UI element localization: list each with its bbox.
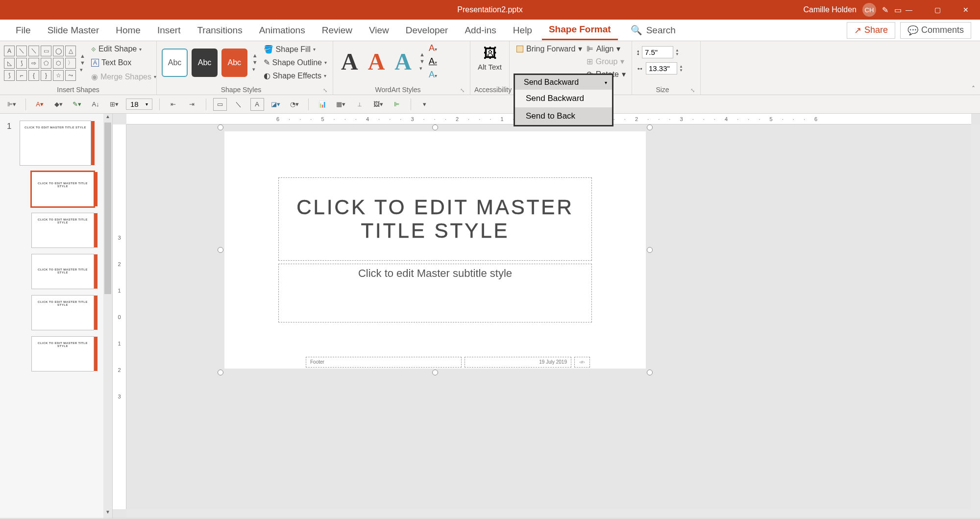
horizontal-scrollbar[interactable] <box>126 509 980 518</box>
indent-right-icon[interactable]: ⇥ <box>185 98 199 111</box>
tab-review[interactable]: Review <box>315 21 359 40</box>
styles-down-icon[interactable]: ▼ <box>252 59 258 65</box>
shape-tool-icon[interactable]: ◪▾ <box>269 98 283 111</box>
align-drop-icon[interactable]: ⊫▾ <box>5 98 19 111</box>
edit-shape-button[interactable]: ⟐Edit Shape▾ <box>89 43 158 55</box>
wordart-more-icon[interactable]: ▾ <box>419 65 425 72</box>
size-launcher[interactable]: ⤡ <box>689 87 696 94</box>
tab-insert[interactable]: Insert <box>150 21 188 40</box>
tab-help[interactable]: Help <box>506 21 539 40</box>
tab-animations[interactable]: Animations <box>252 21 312 40</box>
handle-bl[interactable] <box>218 370 223 375</box>
shape-brace2-icon[interactable]: } <box>41 70 51 81</box>
textbox-tool-icon[interactable]: A <box>250 98 264 111</box>
text-outline-button[interactable]: A▾ <box>429 56 437 67</box>
height-down[interactable]: ▼ <box>675 52 679 56</box>
shape-arrow-icon[interactable]: ⇨ <box>28 58 39 69</box>
style-swatch-2[interactable]: Abc <box>192 49 218 77</box>
layout-thumbnail-4[interactable]: CLICK TO EDIT MASTER TITLE STYLE <box>31 295 94 330</box>
height-field[interactable] <box>642 46 673 58</box>
menu-send-backward[interactable]: Send Backward <box>515 90 612 107</box>
fill-color-icon[interactable]: ◆▾ <box>51 98 65 111</box>
shape-pentagon-icon[interactable]: ⬠ <box>41 58 51 69</box>
tab-transitions[interactable]: Transitions <box>190 21 249 40</box>
wordart-style-3[interactable]: A <box>391 48 416 75</box>
styles-up-icon[interactable]: ▲ <box>252 52 258 58</box>
height-input[interactable]: ↕ ▲▼ <box>636 46 696 58</box>
gallery-more-icon[interactable]: ▾ <box>80 67 85 73</box>
handle-tm[interactable] <box>432 124 438 130</box>
style-swatch-3[interactable]: Abc <box>221 49 247 77</box>
width-input[interactable]: ↔ ▲▼ <box>636 62 696 74</box>
shape-star-icon[interactable]: ☆ <box>53 70 64 81</box>
date-placeholder[interactable]: 19 July 2019 <box>465 357 571 368</box>
table-icon[interactable]: ▦▾ <box>334 98 348 111</box>
shape-curve-icon[interactable]: ⟆ <box>16 58 27 69</box>
scroll-up-icon[interactable]: ▲ <box>103 114 112 123</box>
sort-icon[interactable]: A↓ <box>89 98 102 111</box>
wordart-down-icon[interactable]: ▼ <box>419 58 425 64</box>
font-size-combo[interactable]: 18▾ <box>126 99 152 110</box>
wordart-style-1[interactable]: A <box>337 48 362 75</box>
gallery-down-icon[interactable]: ▼ <box>80 60 85 66</box>
handle-bm[interactable] <box>432 370 438 375</box>
style-swatch-1[interactable]: Abc <box>162 49 188 77</box>
shape-line2-icon[interactable]: ＼ <box>28 46 39 56</box>
shape-brace-icon[interactable]: { <box>28 70 39 81</box>
indent-left-icon[interactable]: ⇤ <box>167 98 180 111</box>
text-box-button[interactable]: AText Box <box>89 57 158 69</box>
outline-color-icon[interactable]: ✎▾ <box>70 98 84 111</box>
distribute-icon[interactable]: ⊫ <box>390 98 404 111</box>
collapse-ribbon-button[interactable]: ˄ <box>972 85 975 93</box>
styles-more-icon[interactable]: ▾ <box>252 66 258 73</box>
alt-text-button[interactable]: Alt Text <box>474 61 505 73</box>
text-effects-button[interactable]: A▾ <box>429 70 437 80</box>
picture-icon[interactable]: 🖼▾ <box>371 98 385 111</box>
rect-tool-icon[interactable]: ▭ <box>213 98 227 111</box>
scroll-down-icon[interactable]: ▼ <box>103 509 112 518</box>
shapes-gallery[interactable]: A ＼ ＼ ▭ ◯ △ ◺ ⟆ ⇨ ⬠ ⬡ 〉 ⟆ ⌐ { } ☆ ⤳ <box>4 46 76 81</box>
shape-corner-icon[interactable]: ⌐ <box>16 70 27 81</box>
handle-tl[interactable] <box>218 124 223 130</box>
tab-developer[interactable]: Developer <box>399 21 455 40</box>
draw-icon[interactable]: ✎ <box>882 5 888 15</box>
panel-scrollbar[interactable]: ▲ ▼ <box>103 114 112 518</box>
wordart-launcher[interactable]: ⤡ <box>459 87 466 94</box>
layout-thumbnail-1[interactable]: CLICK TO EDIT MASTER TITLESTYLE <box>31 172 94 207</box>
shape-fill-button[interactable]: 🪣Shape Fill▾ <box>262 43 329 55</box>
overflow-icon[interactable]: ▾ <box>418 98 432 111</box>
shape-effects-button[interactable]: ◐Shape Effects▾ <box>262 70 329 82</box>
font-color-icon[interactable]: A▾ <box>33 98 47 111</box>
shape-curve2-icon[interactable]: ⟆ <box>4 70 15 81</box>
maximize-button[interactable]: ▢ <box>923 0 952 20</box>
footer-placeholder[interactable]: Footer <box>306 357 462 368</box>
subtitle-placeholder[interactable]: Click to edit Master subtitle style <box>278 264 592 322</box>
chart-tool-icon[interactable]: ◔▾ <box>288 98 301 111</box>
shape-chevron-icon[interactable]: 〉 <box>65 58 76 69</box>
gallery-up-icon[interactable]: ▲ <box>80 53 85 59</box>
user-avatar[interactable]: CH <box>862 3 876 17</box>
shape-hexagon-icon[interactable]: ⬡ <box>53 58 64 69</box>
comments-button[interactable]: 💬 Comments <box>900 22 971 39</box>
master-thumbnail[interactable]: CLICK TO EDIT MASTER TITLE STYLE <box>20 121 91 166</box>
shape-line-icon[interactable]: ＼ <box>16 46 27 56</box>
handle-tr[interactable] <box>647 124 653 130</box>
shape-outline-button[interactable]: ✎Shape Outline▾ <box>262 56 329 69</box>
menu-send-to-back[interactable]: Send to Back <box>515 107 612 125</box>
tab-file[interactable]: File <box>9 21 38 40</box>
slide-canvas[interactable]: CLICK TO EDIT MASTER TITLE STYLE Click t… <box>224 131 646 369</box>
shape-styles-launcher[interactable]: ⤡ <box>321 87 329 94</box>
layout-thumbnail-5[interactable]: CLICK TO EDIT MASTER TITLE STYLE <box>31 336 94 371</box>
shape-triangle-icon[interactable]: △ <box>65 46 76 56</box>
layout-thumbnail-2[interactable]: CLICK TO EDIT MASTER TITLE STYLE <box>31 213 94 248</box>
line-tool-icon[interactable]: ＼ <box>232 98 245 111</box>
shape-textbox-icon[interactable]: A <box>4 46 15 56</box>
crop-icon[interactable]: ⟂ <box>353 98 367 111</box>
shape-rtriangle-icon[interactable]: ◺ <box>4 58 15 69</box>
handle-mr[interactable] <box>647 247 653 253</box>
minimize-button[interactable]: — <box>895 0 923 20</box>
shape-connector-icon[interactable]: ⤳ <box>65 70 76 81</box>
canvas-area[interactable]: CLICK TO EDIT MASTER TITLE STYLE Click t… <box>126 124 980 509</box>
align-button[interactable]: ⊫Align▾ <box>584 43 629 54</box>
tab-shape-format[interactable]: Shape Format <box>542 20 618 40</box>
